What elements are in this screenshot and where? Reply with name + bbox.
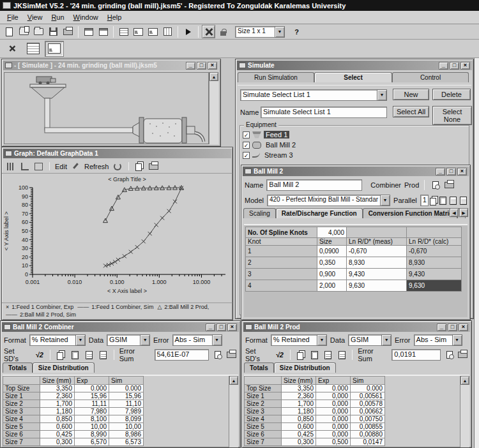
value-cell[interactable]: 7,989 — [109, 408, 144, 415]
refresh-button[interactable]: Refresh — [84, 163, 109, 170]
prod-titlebar[interactable]: Ball Mill 2 Prod _ □ × — [243, 322, 470, 332]
value-cell[interactable]: 10,00 — [75, 423, 109, 431]
chevron-down-icon[interactable]: ▼ — [380, 195, 390, 206]
minimize-button[interactable]: _ — [206, 324, 215, 331]
tab-control[interactable]: Control — [392, 72, 469, 82]
axis-scale-button[interactable] — [33, 161, 44, 172]
value-cell[interactable]: 3,350 — [40, 385, 75, 392]
help-button[interactable]: ? — [290, 25, 303, 38]
value-cell[interactable]: 0,425 — [40, 431, 75, 438]
chevron-down-icon[interactable]: ▼ — [75, 334, 86, 346]
paste-button[interactable] — [439, 195, 446, 206]
print-button[interactable] — [458, 350, 468, 361]
spreadsheet-button[interactable] — [161, 25, 174, 38]
tools-button[interactable] — [202, 25, 215, 38]
knots-value-cell[interactable]: 4,000 — [317, 227, 347, 238]
scroll-up-icon[interactable]: ▲ — [229, 376, 238, 385]
value-cell[interactable]: 0,000 — [316, 392, 351, 400]
window-properties-button[interactable] — [96, 25, 110, 38]
menu-view[interactable]: View — [23, 12, 47, 22]
close-button[interactable]: × — [208, 62, 217, 70]
value-cell[interactable]: 1,700 — [282, 400, 316, 408]
new-button[interactable]: New — [393, 89, 429, 100]
print-unit-button[interactable] — [444, 180, 455, 191]
combiner-port-link[interactable]: Combiner — [370, 181, 401, 189]
open-flowsheet-button[interactable] — [17, 25, 31, 38]
minimize-button[interactable]: _ — [186, 62, 195, 70]
value-cell[interactable]: 15,96 — [109, 392, 144, 400]
value-cell[interactable]: 8,930 — [407, 257, 462, 269]
value-cell[interactable]: 0,600 — [282, 423, 316, 431]
value-cell[interactable]: 9,630 — [407, 280, 462, 292]
print-graph-button[interactable] — [148, 161, 159, 172]
value-cell[interactable]: 8,099 — [109, 415, 144, 423]
close-button[interactable]: × — [457, 168, 467, 175]
value-cell[interactable]: 0,000 — [316, 415, 351, 423]
name-field[interactable]: Simulate Select List 1 — [261, 107, 387, 118]
run-button[interactable] — [181, 25, 195, 38]
error-dropdown[interactable]: Abs - Sim ▼ — [414, 334, 462, 346]
tab-select[interactable]: Select — [314, 72, 392, 82]
value-cell[interactable]: 0,300 — [282, 438, 316, 446]
lock-button[interactable] — [217, 25, 230, 38]
copy-button[interactable] — [432, 195, 436, 206]
close-button[interactable]: × — [460, 62, 470, 70]
error-dropdown[interactable]: Abs - Sim ▼ — [172, 334, 222, 346]
value-cell[interactable]: 0,500 — [316, 438, 351, 446]
chevron-down-icon[interactable]: ▼ — [452, 334, 462, 346]
value-cell[interactable]: 0,00855 — [351, 423, 385, 431]
tab-scaling[interactable]: Scaling — [243, 208, 276, 218]
equipment-item[interactable]: ✓Feed 1 — [240, 130, 469, 140]
value-cell[interactable]: 11,10 — [109, 400, 144, 408]
model-dropdown[interactable]: 420 - Perfect Mixing Ball Mill - Standar… — [267, 195, 390, 206]
preview-button[interactable] — [444, 350, 454, 361]
value-cell[interactable]: 0,00880 — [351, 431, 385, 438]
select-none-button[interactable]: Select None — [432, 106, 472, 125]
chevron-down-icon[interactable]: ▼ — [275, 26, 285, 38]
value-cell[interactable]: 8,986 — [109, 431, 144, 438]
tab-totals[interactable]: Totals — [3, 362, 33, 373]
value-cell[interactable]: 0,0900 — [317, 246, 347, 257]
equipment-item[interactable]: ✓Stream 3 — [240, 150, 469, 160]
minimize-button[interactable]: _ — [439, 62, 448, 70]
maximize-button[interactable]: □ — [448, 324, 457, 331]
prod-port-link[interactable]: Prod — [404, 181, 419, 189]
copy-table-button[interactable] — [84, 350, 95, 361]
value-cell[interactable]: 9,430 — [407, 269, 462, 280]
sqrt2-button[interactable]: √2 — [275, 350, 285, 361]
tab-rate-discharge[interactable]: Rate/Discharge Function — [276, 208, 363, 218]
combiner-titlebar[interactable]: Ball Mill 2 Combiner _ □ × — [2, 322, 239, 332]
format-dropdown[interactable]: % Retained ▼ — [271, 334, 327, 346]
data-dropdown[interactable]: GSIM ▼ — [107, 334, 150, 346]
value-cell[interactable]: 0,350 — [317, 257, 347, 269]
value-cell[interactable]: 1,700 — [40, 400, 75, 408]
copy-graph-button[interactable] — [134, 161, 145, 172]
tab-size-distribution[interactable]: Size Distribution — [33, 362, 95, 373]
value-cell[interactable]: 2,000 — [317, 280, 347, 292]
value-cell[interactable]: 0,600 — [40, 423, 75, 431]
error-sum-field[interactable]: 0,0191 — [392, 349, 441, 361]
value-cell[interactable]: 0,850 — [282, 415, 316, 423]
equipment-name[interactable]: Ball Mill 2 — [264, 141, 298, 149]
fit-button[interactable] — [132, 25, 145, 38]
preview-button[interactable] — [212, 350, 223, 361]
value-cell[interactable]: 6,573 — [109, 438, 144, 446]
value-cell[interactable]: -0,670 — [407, 246, 462, 257]
value-cell[interactable]: 0.000 — [351, 385, 385, 392]
value-cell[interactable]: 3,350 — [282, 385, 316, 392]
value-cell[interactable]: 0.000 — [109, 385, 144, 392]
value-cell[interactable]: 2,360 — [40, 392, 75, 400]
menu-file[interactable]: File — [3, 12, 23, 22]
value-cell[interactable]: 0,300 — [40, 438, 75, 446]
flowsheet-canvas[interactable] — [4, 72, 209, 144]
data-dropdown[interactable]: GSIM ▼ — [348, 334, 392, 346]
equipment-name[interactable]: Feed 1 — [264, 131, 289, 138]
paste-button[interactable] — [70, 350, 80, 361]
equipment-name[interactable]: Stream 3 — [262, 151, 295, 159]
combiner-scrollbar[interactable]: ▲ — [229, 376, 238, 447]
parallel-field[interactable]: 1 — [420, 195, 429, 206]
value-cell[interactable]: 0,000 — [316, 423, 351, 431]
chevron-down-icon[interactable]: ▼ — [317, 334, 327, 346]
close-button[interactable]: × — [227, 324, 237, 331]
copy-table-button[interactable] — [323, 350, 333, 361]
